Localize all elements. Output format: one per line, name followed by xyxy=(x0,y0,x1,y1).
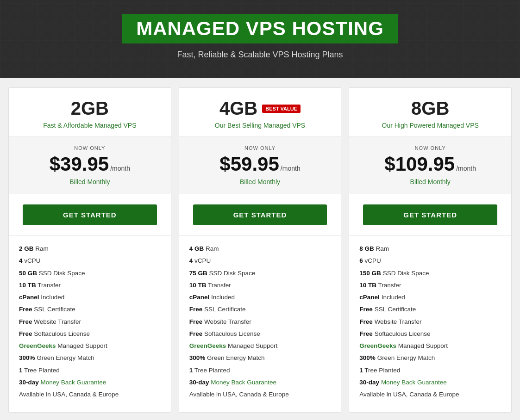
plan-ram-8gb: 8GB xyxy=(358,98,502,119)
plan-pricing-8gb: NOW ONLY$109.95/monthBilled Monthly xyxy=(349,137,511,194)
feature-item: cPanel Included xyxy=(19,293,161,302)
billed-8gb: Billed Monthly xyxy=(358,178,502,185)
feature-item: 30-day Money Back Guarantee xyxy=(359,378,501,387)
feature-item: Free Website Transfer xyxy=(359,317,501,327)
feature-item: 1 Tree Planted xyxy=(19,366,161,375)
plan-cta-8gb: GET STARTED xyxy=(349,194,511,236)
now-only-8gb: NOW ONLY xyxy=(358,145,502,151)
feature-item: 300% Green Energy Match xyxy=(189,353,331,363)
plan-desc-8gb: Our High Powered Managed VPS xyxy=(358,122,502,129)
feature-item: Free Website Transfer xyxy=(189,317,331,327)
plan-features-4gb: 4 GB Ram4 vCPU75 GB SSD Disk Space10 TB … xyxy=(179,236,341,412)
plan-pricing-4gb: NOW ONLY$59.95/monthBilled Monthly xyxy=(179,137,341,194)
feature-item: 10 TB Transfer xyxy=(19,281,161,290)
feature-item: Free Softaculous License xyxy=(359,329,501,339)
feature-item: Free Softaculous License xyxy=(189,329,331,339)
feature-item: Free Softaculous License xyxy=(19,329,161,339)
hero-title-bg: MANAGED VPS HOSTING xyxy=(122,14,398,43)
feature-item: cPanel Included xyxy=(189,293,331,302)
feature-item: 30-day Money Back Guarantee xyxy=(189,378,331,387)
best-value-badge: BEST VALUE xyxy=(262,105,301,113)
feature-item: 8 GB Ram xyxy=(359,244,501,253)
feature-item: Free Website Transfer xyxy=(19,317,161,327)
price-row-2gb: $39.95/month xyxy=(18,153,162,175)
feature-item: 150 GB SSD Disk Space xyxy=(359,269,501,278)
feature-item: 75 GB SSD Disk Space xyxy=(189,269,331,278)
billed-2gb: Billed Monthly xyxy=(18,178,162,185)
plan-ram-4gb: 4GBBEST VALUE xyxy=(188,98,332,119)
hero-subtitle: Fast, Reliable & Scalable VPS Hosting Pl… xyxy=(9,50,511,60)
feature-item: 50 GB SSD Disk Space xyxy=(19,269,161,278)
now-only-4gb: NOW ONLY xyxy=(188,145,332,151)
feature-item: cPanel Included xyxy=(359,293,501,302)
price-row-8gb: $109.95/month xyxy=(358,153,502,175)
plan-card-4gb: 4GBBEST VALUEOur Best Selling Managed VP… xyxy=(179,87,342,413)
plans-section: 2GBFast & Affordable Managed VPSNOW ONLY… xyxy=(0,78,520,420)
price-per-4gb: /month xyxy=(281,165,301,172)
get-started-button-2gb[interactable]: GET STARTED xyxy=(23,204,157,225)
price-main-2gb: $39.95 xyxy=(50,153,109,175)
feature-item: 30-day Money Back Guarantee xyxy=(19,378,161,387)
plan-header-2gb: 2GBFast & Affordable Managed VPS xyxy=(9,88,171,137)
plan-desc-4gb: Our Best Selling Managed VPS xyxy=(188,122,332,129)
plan-ram-2gb: 2GB xyxy=(18,98,162,119)
price-per-8gb: /month xyxy=(456,165,476,172)
plan-pricing-2gb: NOW ONLY$39.95/monthBilled Monthly xyxy=(9,137,171,194)
plan-desc-2gb: Fast & Affordable Managed VPS xyxy=(18,122,162,129)
feature-item: Available in USA, Canada & Europe xyxy=(359,390,501,399)
feature-item: 10 TB Transfer xyxy=(359,281,501,290)
feature-item: Free SSL Certificate xyxy=(359,305,501,314)
plan-header-8gb: 8GBOur High Powered Managed VPS xyxy=(349,88,511,137)
feature-item: 1 Tree Planted xyxy=(189,366,331,375)
feature-item: 10 TB Transfer xyxy=(189,281,331,290)
feature-item: Available in USA, Canada & Europe xyxy=(189,390,331,399)
feature-item: Free SSL Certificate xyxy=(189,305,331,314)
feature-item: 6 vCPU xyxy=(359,256,501,266)
plan-cta-4gb: GET STARTED xyxy=(179,194,341,236)
price-main-8gb: $109.95 xyxy=(384,153,455,175)
price-row-4gb: $59.95/month xyxy=(188,153,332,175)
feature-item: Free SSL Certificate xyxy=(19,305,161,314)
billed-4gb: Billed Monthly xyxy=(188,178,332,185)
feature-item: 4 vCPU xyxy=(19,256,161,266)
get-started-button-8gb[interactable]: GET STARTED xyxy=(363,204,497,225)
feature-item: Available in USA, Canada & Europe xyxy=(19,390,161,399)
feature-item: 300% Green Energy Match xyxy=(359,353,501,363)
feature-item: 300% Green Energy Match xyxy=(19,353,161,363)
plan-features-8gb: 8 GB Ram6 vCPU150 GB SSD Disk Space10 TB… xyxy=(349,236,511,412)
hero-title: MANAGED VPS HOSTING xyxy=(136,18,384,40)
plan-header-4gb: 4GBBEST VALUEOur Best Selling Managed VP… xyxy=(179,88,341,137)
feature-item: 4 GB Ram xyxy=(189,244,331,253)
feature-item: 2 GB Ram xyxy=(19,244,161,253)
feature-item: GreenGeeks Managed Support xyxy=(359,341,501,351)
feature-item: 4 vCPU xyxy=(189,256,331,266)
hero-section: MANAGED VPS HOSTING Fast, Reliable & Sca… xyxy=(0,0,520,78)
get-started-button-4gb[interactable]: GET STARTED xyxy=(193,204,327,225)
feature-item: GreenGeeks Managed Support xyxy=(189,341,331,351)
now-only-2gb: NOW ONLY xyxy=(18,145,162,151)
plan-card-8gb: 8GBOur High Powered Managed VPSNOW ONLY$… xyxy=(349,87,512,413)
feature-item: GreenGeeks Managed Support xyxy=(19,341,161,351)
plan-cta-2gb: GET STARTED xyxy=(9,194,171,236)
price-per-2gb: /month xyxy=(110,165,130,172)
feature-item: 1 Tree Planted xyxy=(359,366,501,375)
plan-features-2gb: 2 GB Ram4 vCPU50 GB SSD Disk Space10 TB … xyxy=(9,236,171,412)
price-main-4gb: $59.95 xyxy=(219,153,279,175)
plan-card-2gb: 2GBFast & Affordable Managed VPSNOW ONLY… xyxy=(8,87,171,413)
